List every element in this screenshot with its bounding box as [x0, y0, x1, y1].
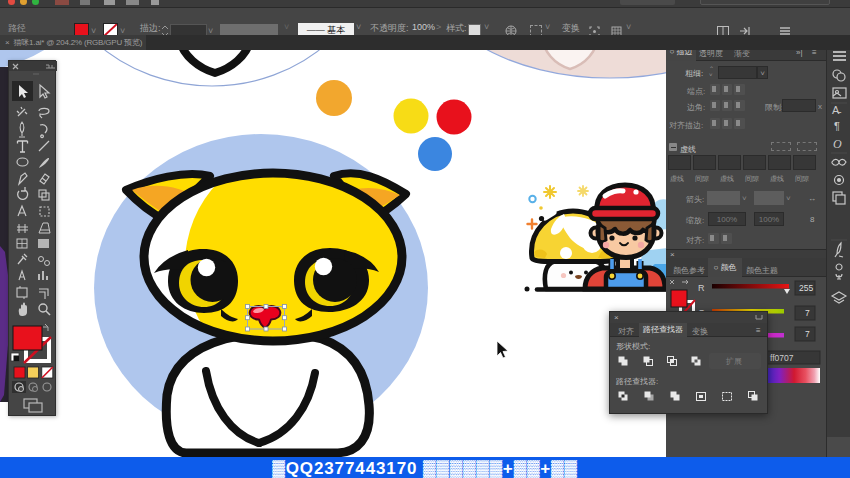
svg-text:扩展: 扩展 — [725, 357, 742, 366]
svg-text:ff0707: ff0707 — [770, 353, 794, 363]
svg-text:255: 255 — [799, 283, 813, 293]
svg-text:R: R — [698, 283, 705, 293]
svg-text:▓QQ2377443170 ▓▓▓▓▓▓+▓▓+▓▓: ▓QQ2377443170 ▓▓▓▓▓▓+▓▓+▓▓ — [272, 459, 577, 478]
svg-text:A̵: A̵ — [832, 104, 841, 116]
svg-text:7: 7 — [805, 329, 810, 339]
svg-text:¶: ¶ — [834, 120, 840, 132]
svg-text:O: O — [833, 137, 842, 151]
svg-text:7: 7 — [805, 308, 810, 318]
